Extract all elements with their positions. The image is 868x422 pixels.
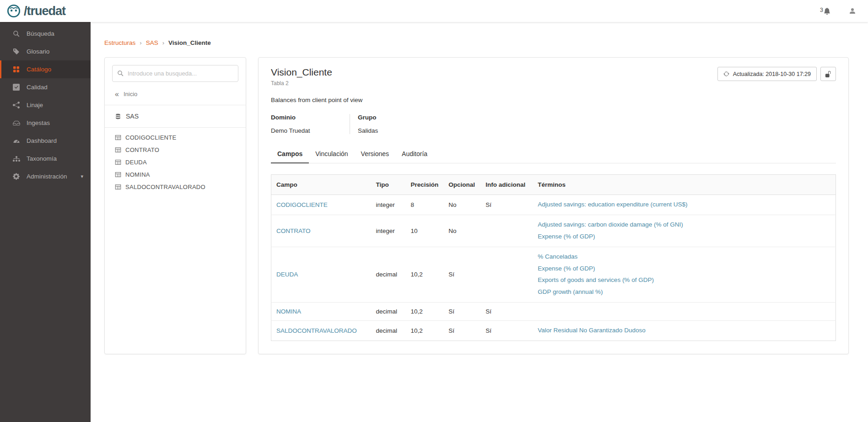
search-icon — [117, 70, 124, 76]
breadcrumb: Estructuras › SAS › Vision_Cliente — [104, 39, 849, 46]
sidebar-item-label: Dashboard — [27, 137, 57, 144]
sidebar-item-glosario[interactable]: Glosario — [0, 43, 91, 60]
updated-at-label: Actualizada: 2018-10-30 17:29 — [733, 71, 811, 77]
term-link[interactable]: Valor Residual No Garantizado Dudoso — [538, 326, 830, 335]
table-icon — [115, 135, 121, 141]
sidebar-item-label: Administración — [27, 173, 67, 180]
field-extra-info — [480, 215, 533, 247]
sidebar-item-label: Catálogo — [27, 66, 51, 73]
field-extra-info — [480, 247, 533, 303]
table-list-item-nomina[interactable]: NOMINA — [115, 171, 236, 178]
breadcrumb-link-sas[interactable]: SAS — [146, 39, 158, 46]
table-list-item-codigocliente[interactable]: CODIGOCLIENTE — [115, 134, 236, 141]
notifications-button[interactable]: 3 — [820, 8, 830, 15]
terms-cell: % Canceladas Expense (% of GDP) Exports … — [538, 253, 830, 297]
content-panels: « Inicio SAS CODIGOCLIE — [104, 57, 849, 354]
refresh-icon — [723, 71, 729, 77]
term-link[interactable]: Expense (% of GDP) — [538, 265, 830, 273]
field-extra-info: Sí — [480, 195, 533, 215]
term-link[interactable]: GDP growth (annual %) — [538, 288, 830, 297]
structure-detail-panel: Vision_Cliente Tabla 2 Actualizada: 2018… — [258, 57, 849, 354]
table-list-item-saldocontravalorado[interactable]: SALDOCONTRAVALORADO — [115, 184, 236, 190]
field-row-deuda: DEUDA decimal 10,2 Sí % Canceladas Expen… — [271, 247, 836, 303]
column-header-tipo: Tipo — [371, 175, 406, 195]
detail-tabs: Campos Vinculación Versiones Auditoría — [271, 146, 836, 163]
sidebar-item-label: Linaje — [27, 102, 43, 108]
tab-versiones[interactable]: Versiones — [355, 146, 395, 163]
check-square-icon — [12, 84, 20, 91]
term-link[interactable]: Exports of goods and services (% of GDP) — [538, 276, 830, 285]
term-link[interactable]: % Canceladas — [538, 253, 830, 261]
top-bar: /truedat 3 — [0, 0, 868, 22]
sidebar-item-dashboard[interactable]: Dashboard — [0, 132, 91, 150]
field-type: integer — [371, 195, 406, 215]
sidebar-item-taxonomia[interactable]: Taxonomía — [0, 150, 91, 168]
column-header-campo: Campo — [271, 175, 371, 195]
field-extra-info: Sí — [480, 303, 533, 321]
sidebar-item-ingestas[interactable]: Ingestas — [0, 114, 91, 132]
structure-meta: Dominio Demo Truedat Grupo Salidas — [271, 114, 836, 134]
sidebar-item-linaje[interactable]: Linaje — [0, 96, 91, 114]
updated-at-button[interactable]: Actualizada: 2018-10-30 17:29 — [717, 67, 817, 81]
tab-campos[interactable]: Campos — [271, 146, 309, 163]
header-actions: 3 — [820, 7, 856, 15]
field-row-nomina: NOMINA decimal 10,2 Sí Sí — [271, 303, 836, 321]
sidebar-item-label: Glosario — [27, 48, 49, 55]
field-link[interactable]: DEUDA — [276, 271, 298, 278]
detail-actions: Actualizada: 2018-10-30 17:29 — [717, 67, 836, 81]
table-item-label: CODIGOCLIENTE — [125, 134, 177, 141]
group-block: Grupo Salidas — [350, 114, 409, 134]
field-optional: No — [443, 215, 480, 247]
field-precision: 8 — [406, 195, 444, 215]
table-list-item-contrato[interactable]: CONTRATO — [115, 146, 236, 153]
column-header-precision: Precisión — [406, 175, 444, 195]
term-link[interactable]: Adjusted savings: carbon dioxide damage … — [538, 221, 830, 229]
lock-toggle-button[interactable] — [820, 67, 836, 81]
field-row-codigocliente: CODIGOCLIENTE integer 8 No Sí Adjusted s… — [271, 195, 836, 215]
table-list-item-deuda[interactable]: DEUDA — [115, 159, 236, 166]
field-optional: Sí — [443, 321, 480, 341]
source-item-sas[interactable]: SAS — [112, 105, 238, 127]
breadcrumb-separator-icon: › — [140, 39, 141, 46]
double-chevron-left-icon: « — [115, 92, 119, 97]
field-link[interactable]: CONTRATO — [276, 227, 311, 234]
structure-browser-panel: « Inicio SAS CODIGOCLIE — [104, 57, 246, 354]
user-menu-button[interactable] — [849, 7, 856, 15]
breadcrumb-link-estructuras[interactable]: Estructuras — [104, 39, 135, 46]
field-precision: 10,2 — [406, 303, 444, 321]
structure-search-input[interactable] — [112, 65, 238, 82]
sidebar-item-administracion[interactable]: Administración ▾ — [0, 168, 91, 185]
tag-icon — [12, 48, 20, 55]
tab-auditoria[interactable]: Auditoría — [395, 146, 434, 163]
user-icon — [849, 7, 856, 15]
notification-count-badge: 3 — [820, 7, 823, 13]
term-link[interactable]: Adjusted savings: education expenditure … — [538, 200, 830, 209]
sidebar-item-busqueda[interactable]: Búsqueda — [0, 25, 91, 43]
nav-back-inicio[interactable]: « Inicio — [112, 82, 238, 105]
sitemap-icon — [12, 155, 20, 162]
group-label: Grupo — [358, 114, 409, 121]
logo-wordmark: /truedat — [24, 4, 65, 18]
column-header-opcional: Opcional — [443, 175, 480, 195]
tab-vinculacion[interactable]: Vinculación — [309, 146, 354, 163]
terms-cell: Adjusted savings: carbon dioxide damage … — [538, 221, 830, 241]
truedat-logo[interactable]: /truedat — [6, 4, 65, 18]
detail-header: Vision_Cliente Tabla 2 Actualizada: 2018… — [271, 67, 836, 87]
main-sidebar: Búsqueda Glosario Catálogo Calidad Linaj — [0, 22, 91, 422]
terms-cell: Valor Residual No Garantizado Dudoso — [538, 326, 830, 335]
term-link[interactable]: Expense (% of GDP) — [538, 233, 830, 241]
sidebar-item-catalogo[interactable]: Catálogo — [0, 60, 91, 78]
field-link[interactable]: CODIGOCLIENTE — [276, 201, 328, 208]
chevron-down-icon: ▾ — [81, 173, 83, 179]
field-link[interactable]: NOMINA — [276, 308, 301, 315]
field-optional: Sí — [443, 247, 480, 303]
fields-table-header-row: Campo Tipo Precisión Opcional Info adici… — [271, 175, 836, 195]
domain-label: Dominio — [271, 114, 350, 121]
table-icon — [115, 159, 121, 165]
field-link[interactable]: SALDOCONTRAVALORADO — [276, 327, 357, 334]
field-type: integer — [371, 215, 406, 247]
field-type: decimal — [371, 303, 406, 321]
table-item-label: NOMINA — [125, 171, 150, 178]
column-header-terminos: Términos — [533, 175, 836, 195]
sidebar-item-calidad[interactable]: Calidad — [0, 78, 91, 96]
